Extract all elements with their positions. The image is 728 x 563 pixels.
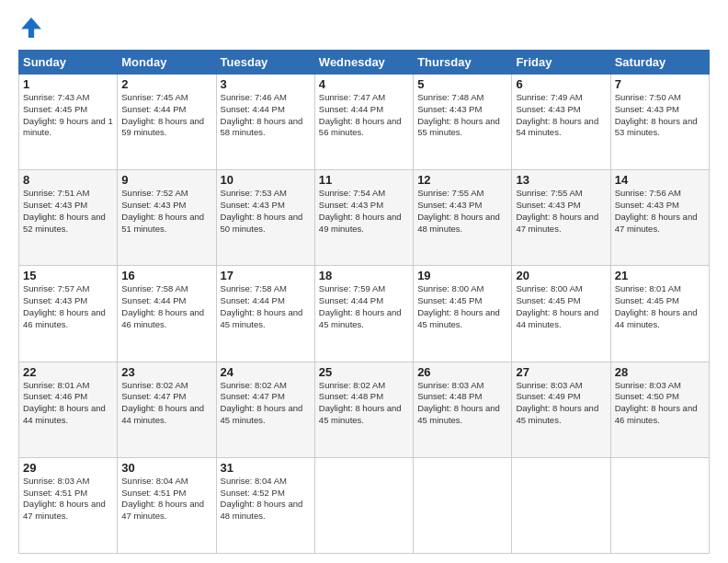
day-cell-15: 15Sunrise: 7:57 AMSunset: 4:43 PMDayligh… xyxy=(19,266,118,362)
day-cell-29: 29Sunrise: 8:03 AMSunset: 4:51 PMDayligh… xyxy=(19,457,118,553)
day-number: 5 xyxy=(417,77,507,91)
day-number: 4 xyxy=(319,77,409,91)
day-number: 14 xyxy=(615,173,705,187)
day-info: Sunrise: 7:45 AMSunset: 4:44 PMDaylight:… xyxy=(121,92,204,137)
day-header-friday: Friday xyxy=(512,51,610,75)
day-number: 11 xyxy=(319,173,409,187)
empty-cell xyxy=(512,457,610,553)
day-cell-9: 9Sunrise: 7:52 AMSunset: 4:43 PMDaylight… xyxy=(118,170,216,266)
day-info: Sunrise: 7:46 AMSunset: 4:44 PMDaylight:… xyxy=(221,92,303,137)
day-info: Sunrise: 7:48 AMSunset: 4:43 PMDaylight:… xyxy=(417,92,500,137)
day-number: 2 xyxy=(121,77,211,91)
day-info: Sunrise: 8:00 AMSunset: 4:45 PMDaylight:… xyxy=(516,283,598,328)
day-cell-22: 22Sunrise: 8:01 AMSunset: 4:46 PMDayligh… xyxy=(19,362,118,457)
empty-cell xyxy=(610,457,709,553)
calendar-week-3: 22Sunrise: 8:01 AMSunset: 4:46 PMDayligh… xyxy=(19,362,710,457)
day-info: Sunrise: 8:03 AMSunset: 4:50 PMDaylight:… xyxy=(615,380,698,425)
day-cell-14: 14Sunrise: 7:56 AMSunset: 4:43 PMDayligh… xyxy=(610,170,709,266)
day-info: Sunrise: 7:58 AMSunset: 4:44 PMDaylight:… xyxy=(121,283,204,328)
day-cell-1: 1Sunrise: 7:43 AMSunset: 4:45 PMDaylight… xyxy=(19,75,118,170)
day-number: 27 xyxy=(516,365,606,379)
svg-marker-0 xyxy=(21,17,41,38)
day-info: Sunrise: 8:01 AMSunset: 4:45 PMDaylight:… xyxy=(615,283,698,328)
day-info: Sunrise: 7:56 AMSunset: 4:43 PMDaylight:… xyxy=(615,188,698,233)
day-info: Sunrise: 7:55 AMSunset: 4:43 PMDaylight:… xyxy=(417,188,500,233)
day-number: 23 xyxy=(121,365,211,379)
day-cell-18: 18Sunrise: 7:59 AMSunset: 4:44 PMDayligh… xyxy=(314,266,413,362)
day-number: 26 xyxy=(417,365,507,379)
day-header-sunday: Sunday xyxy=(19,51,118,75)
day-info: Sunrise: 7:50 AMSunset: 4:43 PMDaylight:… xyxy=(615,92,698,137)
calendar-week-1: 8Sunrise: 7:51 AMSunset: 4:43 PMDaylight… xyxy=(19,170,710,266)
day-cell-26: 26Sunrise: 8:03 AMSunset: 4:48 PMDayligh… xyxy=(414,362,512,457)
day-cell-19: 19Sunrise: 8:00 AMSunset: 4:45 PMDayligh… xyxy=(414,266,512,362)
day-info: Sunrise: 8:02 AMSunset: 4:48 PMDaylight:… xyxy=(319,380,402,425)
day-info: Sunrise: 8:00 AMSunset: 4:45 PMDaylight:… xyxy=(417,283,500,328)
day-cell-17: 17Sunrise: 7:58 AMSunset: 4:44 PMDayligh… xyxy=(216,266,314,362)
day-cell-28: 28Sunrise: 8:03 AMSunset: 4:50 PMDayligh… xyxy=(610,362,709,457)
calendar-week-0: 1Sunrise: 7:43 AMSunset: 4:45 PMDaylight… xyxy=(19,75,710,170)
day-number: 28 xyxy=(615,365,705,379)
day-cell-16: 16Sunrise: 7:58 AMSunset: 4:44 PMDayligh… xyxy=(118,266,216,362)
day-number: 20 xyxy=(516,269,606,282)
calendar-header-row: SundayMondayTuesdayWednesdayThursdayFrid… xyxy=(19,51,710,75)
day-number: 17 xyxy=(221,269,311,282)
day-cell-6: 6Sunrise: 7:49 AMSunset: 4:43 PMDaylight… xyxy=(512,75,610,170)
day-number: 19 xyxy=(417,269,507,282)
day-number: 8 xyxy=(23,173,113,187)
day-info: Sunrise: 7:47 AMSunset: 4:44 PMDaylight:… xyxy=(319,92,402,137)
day-number: 30 xyxy=(121,461,211,475)
day-info: Sunrise: 7:59 AMSunset: 4:44 PMDaylight:… xyxy=(319,283,402,328)
day-number: 9 xyxy=(121,173,211,187)
empty-cell xyxy=(314,457,413,553)
day-info: Sunrise: 8:03 AMSunset: 4:51 PMDaylight:… xyxy=(23,476,106,521)
day-cell-7: 7Sunrise: 7:50 AMSunset: 4:43 PMDaylight… xyxy=(610,75,709,170)
page-header xyxy=(18,15,710,40)
day-cell-2: 2Sunrise: 7:45 AMSunset: 4:44 PMDaylight… xyxy=(118,75,216,170)
day-cell-23: 23Sunrise: 8:02 AMSunset: 4:47 PMDayligh… xyxy=(118,362,216,457)
day-number: 15 xyxy=(23,269,113,282)
day-number: 6 xyxy=(516,77,606,91)
day-number: 18 xyxy=(319,269,409,282)
day-header-monday: Monday xyxy=(118,51,216,75)
day-number: 29 xyxy=(23,461,113,475)
day-info: Sunrise: 7:52 AMSunset: 4:43 PMDaylight:… xyxy=(121,188,204,233)
day-cell-20: 20Sunrise: 8:00 AMSunset: 4:45 PMDayligh… xyxy=(512,266,610,362)
day-number: 12 xyxy=(417,173,507,187)
day-cell-4: 4Sunrise: 7:47 AMSunset: 4:44 PMDaylight… xyxy=(314,75,413,170)
day-number: 24 xyxy=(221,365,311,379)
day-cell-3: 3Sunrise: 7:46 AMSunset: 4:44 PMDaylight… xyxy=(216,75,314,170)
day-number: 22 xyxy=(23,365,113,379)
day-cell-8: 8Sunrise: 7:51 AMSunset: 4:43 PMDaylight… xyxy=(19,170,118,266)
day-cell-30: 30Sunrise: 8:04 AMSunset: 4:51 PMDayligh… xyxy=(118,457,216,553)
day-info: Sunrise: 8:02 AMSunset: 4:47 PMDaylight:… xyxy=(121,380,204,425)
day-info: Sunrise: 7:49 AMSunset: 4:43 PMDaylight:… xyxy=(516,92,598,137)
day-info: Sunrise: 7:53 AMSunset: 4:43 PMDaylight:… xyxy=(221,188,303,233)
day-cell-11: 11Sunrise: 7:54 AMSunset: 4:43 PMDayligh… xyxy=(314,170,413,266)
day-number: 10 xyxy=(221,173,311,187)
day-header-thursday: Thursday xyxy=(414,51,512,75)
day-info: Sunrise: 8:02 AMSunset: 4:47 PMDaylight:… xyxy=(221,380,303,425)
day-info: Sunrise: 7:58 AMSunset: 4:44 PMDaylight:… xyxy=(221,283,303,328)
day-header-tuesday: Tuesday xyxy=(216,51,314,75)
day-number: 16 xyxy=(121,269,211,282)
logo-icon xyxy=(18,15,44,40)
day-cell-13: 13Sunrise: 7:55 AMSunset: 4:43 PMDayligh… xyxy=(512,170,610,266)
day-info: Sunrise: 7:51 AMSunset: 4:43 PMDaylight:… xyxy=(23,188,106,233)
day-cell-21: 21Sunrise: 8:01 AMSunset: 4:45 PMDayligh… xyxy=(610,266,709,362)
day-number: 13 xyxy=(516,173,606,187)
day-cell-31: 31Sunrise: 8:04 AMSunset: 4:52 PMDayligh… xyxy=(216,457,314,553)
day-cell-10: 10Sunrise: 7:53 AMSunset: 4:43 PMDayligh… xyxy=(216,170,314,266)
day-info: Sunrise: 7:54 AMSunset: 4:43 PMDaylight:… xyxy=(319,188,402,233)
calendar-week-2: 15Sunrise: 7:57 AMSunset: 4:43 PMDayligh… xyxy=(19,266,710,362)
day-info: Sunrise: 8:04 AMSunset: 4:51 PMDaylight:… xyxy=(121,476,204,521)
day-info: Sunrise: 7:57 AMSunset: 4:43 PMDaylight:… xyxy=(23,283,106,328)
day-info: Sunrise: 7:43 AMSunset: 4:45 PMDaylight:… xyxy=(23,92,113,137)
day-number: 7 xyxy=(615,77,705,91)
day-info: Sunrise: 8:01 AMSunset: 4:46 PMDaylight:… xyxy=(23,380,106,425)
day-cell-12: 12Sunrise: 7:55 AMSunset: 4:43 PMDayligh… xyxy=(414,170,512,266)
day-cell-5: 5Sunrise: 7:48 AMSunset: 4:43 PMDaylight… xyxy=(414,75,512,170)
day-number: 1 xyxy=(23,77,113,91)
calendar-week-4: 29Sunrise: 8:03 AMSunset: 4:51 PMDayligh… xyxy=(19,457,710,553)
day-cell-25: 25Sunrise: 8:02 AMSunset: 4:48 PMDayligh… xyxy=(314,362,413,457)
